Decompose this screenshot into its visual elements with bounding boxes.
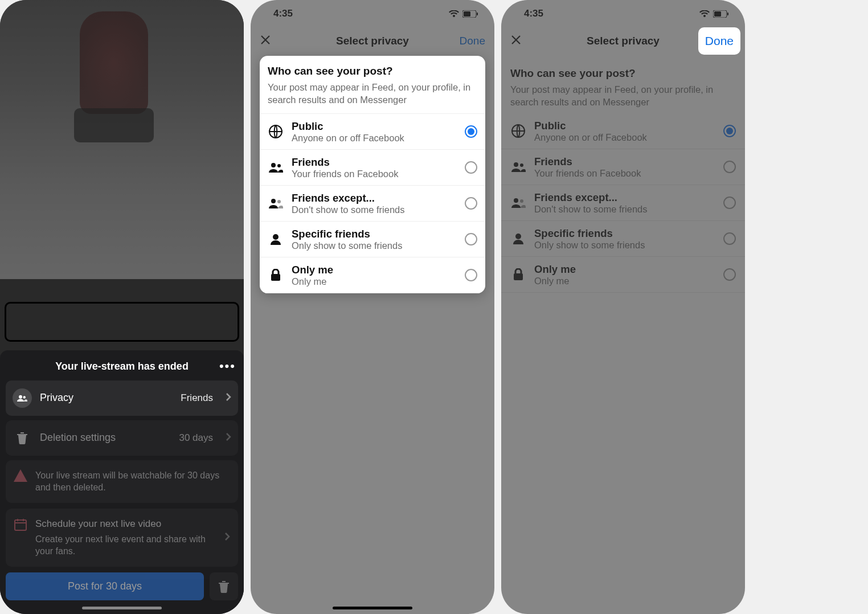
warning-icon (14, 469, 27, 494)
radio-selected[interactable] (465, 125, 477, 138)
svg-point-7 (271, 163, 276, 167)
option-title: Only me (292, 263, 457, 276)
option-sub: Don't show to some friends (292, 204, 457, 215)
schedule-sub: Create your next live event and share wi… (35, 534, 206, 556)
option-title: Public (292, 120, 457, 133)
privacy-value: Friends (181, 392, 213, 404)
warning-text: Your live stream will be watchable for 3… (35, 469, 230, 494)
friends-except-icon (268, 198, 284, 208)
sheet-title: Your live-stream has ended (55, 361, 189, 373)
option-sub: Only me (292, 276, 457, 287)
privacy-option-specific-friends[interactable]: Specific friendsOnly show to some friend… (260, 222, 485, 257)
privacy-option-friends-except[interactable]: Friends except...Don't show to some frie… (260, 186, 485, 222)
svg-point-0 (19, 395, 22, 398)
trash-icon (13, 428, 32, 448)
card-title: Who can see your post? (268, 65, 477, 77)
option-sub: Your friends on Facebook (292, 169, 457, 179)
option-sub: Only show to some friends (292, 240, 457, 251)
delete-button[interactable] (210, 572, 238, 600)
chevron-right-icon (226, 392, 231, 404)
svg-point-9 (271, 199, 276, 203)
post-button[interactable]: Post for 30 days (6, 572, 204, 600)
radio-unselected[interactable] (465, 197, 477, 210)
svg-rect-12 (271, 274, 280, 281)
chevron-right-icon (226, 432, 231, 444)
phone-screen-2: 4:35 Select privacy Done Who can see you… (251, 0, 494, 614)
friends-icon (13, 388, 32, 408)
radio-unselected[interactable] (465, 233, 477, 245)
svg-point-11 (273, 234, 279, 240)
privacy-row[interactable]: Privacy Friends (6, 380, 238, 416)
option-sub: Anyone on or off Facebook (292, 133, 457, 144)
option-title: Friends (292, 155, 457, 169)
deletion-label: Deletion settings (40, 432, 171, 444)
radio-unselected[interactable] (465, 269, 477, 281)
privacy-option-friends[interactable]: FriendsYour friends on Facebook (260, 150, 485, 186)
globe-icon (268, 125, 284, 138)
calendar-icon (14, 518, 27, 558)
phone-screen-1: Your live-stream has ended ••• Privacy F… (0, 0, 244, 614)
radio-unselected[interactable] (465, 161, 477, 174)
more-options-button[interactable]: ••• (219, 359, 236, 374)
privacy-option-public[interactable]: PublicAnyone on or off Facebook (260, 114, 485, 150)
svg-point-8 (277, 164, 281, 167)
svg-point-1 (23, 396, 26, 399)
schedule-next-card[interactable]: Schedule your next live video Create you… (6, 509, 238, 567)
lock-icon (268, 269, 284, 281)
svg-point-10 (277, 200, 281, 203)
phone-screen-3: 4:35 Select privacy Done Who can see you… (501, 0, 745, 614)
privacy-options-card: Who can see your post? Your post may app… (260, 56, 485, 293)
deletion-value: 30 days (179, 432, 213, 444)
svg-rect-2 (15, 520, 26, 530)
home-indicator (333, 607, 412, 609)
done-label: Done (705, 34, 734, 47)
home-indicator (82, 607, 162, 609)
card-subtitle: Your post may appear in Feed, on your pr… (268, 81, 477, 107)
privacy-option-only-me[interactable]: Only meOnly me (260, 257, 485, 293)
person-icon (268, 234, 284, 245)
deletion-settings-row[interactable]: Deletion settings 30 days (6, 420, 238, 456)
schedule-title: Schedule your next live video (35, 518, 216, 531)
friends-icon (268, 162, 284, 173)
chevron-right-icon (224, 532, 230, 543)
option-title: Specific friends (292, 227, 457, 240)
end-stream-sheet: Your live-stream has ended ••• Privacy F… (0, 350, 244, 614)
option-title: Friends except... (292, 191, 457, 204)
tutorial-highlight-done[interactable]: Done (698, 27, 740, 55)
privacy-label: Privacy (40, 392, 173, 404)
deletion-warning-card: Your live stream will be watchable for 3… (6, 460, 238, 503)
